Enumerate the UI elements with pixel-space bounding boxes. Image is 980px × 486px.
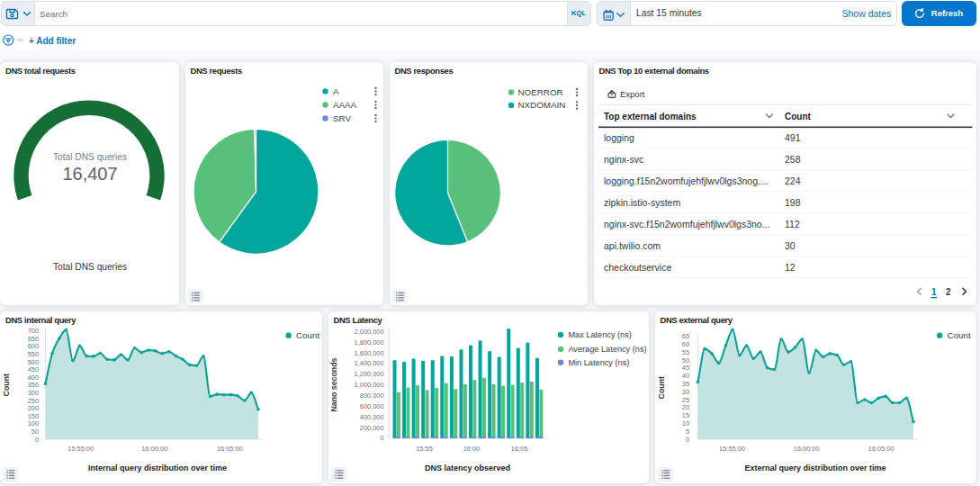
svg-text:DNS latency observed: DNS latency observed: [424, 464, 509, 472]
svg-text:55: 55: [681, 347, 688, 356]
svg-text:800,000: 800,000: [359, 392, 383, 400]
svg-text:Max Latency (ns): Max Latency (ns): [568, 330, 631, 339]
svg-text:NOERROR: NOERROR: [517, 86, 562, 96]
svg-text:16:05:00: 16:05:00: [217, 444, 243, 452]
svg-text:Count: Count: [2, 373, 11, 395]
svg-text:25: 25: [681, 395, 688, 403]
svg-text:checkoutservice: checkoutservice: [604, 261, 671, 272]
svg-text:1,600,000: 1,600,000: [354, 348, 383, 356]
svg-text:Total DNS queries: Total DNS queries: [53, 261, 127, 271]
svg-text:1,800,000: 1,800,000: [354, 338, 383, 346]
svg-text:AAAA: AAAA: [333, 99, 357, 109]
svg-text:30: 30: [785, 239, 796, 250]
svg-text:20: 20: [681, 403, 688, 411]
svg-text:10: 10: [681, 419, 688, 428]
svg-text:400: 400: [28, 373, 39, 381]
svg-text:5: 5: [685, 427, 688, 435]
svg-text:112: 112: [785, 218, 800, 229]
svg-text:60: 60: [681, 339, 688, 347]
svg-text:600: 600: [28, 342, 39, 350]
svg-text:16:00:00: 16:00:00: [793, 444, 819, 452]
svg-text:logging.f15n2womfujehfjlwv0lgs: logging.f15n2womfujehfjlwv0lgs3nog....: [604, 175, 769, 185]
svg-text:15: 15: [681, 411, 688, 419]
svg-text:198: 198: [785, 196, 801, 207]
svg-text:2,000,000: 2,000,000: [354, 327, 383, 335]
svg-text:30: 30: [681, 387, 688, 395]
svg-text:40: 40: [681, 372, 688, 380]
svg-text:700: 700: [28, 327, 39, 335]
svg-text:NXDOMAIN: NXDOMAIN: [517, 100, 565, 110]
svg-text:15:55: 15:55: [416, 444, 433, 452]
svg-text:logging: logging: [604, 131, 634, 142]
svg-text:45: 45: [681, 364, 688, 372]
svg-text:Count: Count: [947, 330, 970, 340]
svg-text:50: 50: [31, 428, 39, 436]
svg-text:100: 100: [28, 419, 39, 428]
svg-text:Internal query distribution ov: Internal query distribution over time: [88, 464, 227, 472]
svg-text:258: 258: [785, 153, 801, 164]
svg-text:Total DNS queries: Total DNS queries: [53, 151, 127, 161]
svg-text:15:55:00: 15:55:00: [719, 444, 745, 452]
svg-text:300: 300: [28, 389, 39, 397]
svg-text:api.twilio.com: api.twilio.com: [604, 239, 661, 250]
svg-text:16,407: 16,407: [62, 163, 117, 183]
svg-text:Count: Count: [785, 111, 812, 121]
svg-text:16:00:00: 16:00:00: [142, 444, 168, 452]
svg-text:200,000: 200,000: [359, 423, 383, 431]
svg-text:491: 491: [785, 131, 801, 142]
svg-text:224: 224: [785, 175, 801, 185]
svg-text:Average Latency (ns): Average Latency (ns): [568, 345, 646, 354]
svg-text:Nano seconds: Nano seconds: [329, 357, 338, 411]
svg-text:External query distribution ov: External query distribution over time: [744, 464, 886, 472]
svg-text:0: 0: [380, 434, 383, 442]
svg-text:16:05: 16:05: [510, 444, 527, 452]
svg-text:zipkin.istio-system: zipkin.istio-system: [604, 196, 680, 207]
svg-text:Top external domains: Top external domains: [604, 111, 697, 121]
svg-text:200: 200: [28, 404, 39, 412]
svg-text:12: 12: [785, 261, 796, 272]
svg-text:16:00: 16:00: [463, 444, 480, 452]
svg-text:350: 350: [28, 381, 39, 389]
svg-text:nginx-svc: nginx-svc: [604, 153, 643, 164]
svg-text:Export: Export: [620, 89, 645, 99]
svg-text:550: 550: [28, 349, 39, 357]
svg-text:1,200,000: 1,200,000: [354, 370, 383, 378]
svg-text:50: 50: [681, 356, 688, 364]
svg-text:16:05:00: 16:05:00: [868, 444, 894, 452]
svg-text:0: 0: [685, 435, 688, 443]
svg-text:Count: Count: [296, 330, 319, 340]
svg-text:1: 1: [931, 286, 937, 296]
svg-text:600,000: 600,000: [359, 401, 383, 410]
svg-text:450: 450: [28, 365, 39, 374]
svg-text:0: 0: [35, 435, 39, 443]
svg-text:65: 65: [681, 332, 688, 340]
svg-text:SRV: SRV: [333, 112, 351, 122]
svg-text:500: 500: [28, 357, 39, 365]
svg-text:A: A: [333, 86, 339, 95]
svg-text:Min Latency (ns): Min Latency (ns): [568, 358, 629, 367]
svg-text:400,000: 400,000: [359, 412, 383, 420]
svg-text:650: 650: [28, 334, 39, 342]
svg-text:Count: Count: [657, 375, 666, 398]
svg-text:35: 35: [681, 379, 688, 387]
svg-text:2: 2: [946, 286, 951, 296]
svg-text:nginx-svc.f15n2womfujehfjlwv0l: nginx-svc.f15n2womfujehfjlwv0lgs3no...: [604, 218, 769, 229]
svg-text:150: 150: [28, 411, 39, 419]
svg-text:1,400,000: 1,400,000: [354, 359, 383, 367]
svg-text:15:55:00: 15:55:00: [67, 444, 94, 452]
svg-text:1,000,000: 1,000,000: [354, 381, 383, 389]
svg-text:250: 250: [28, 396, 39, 404]
